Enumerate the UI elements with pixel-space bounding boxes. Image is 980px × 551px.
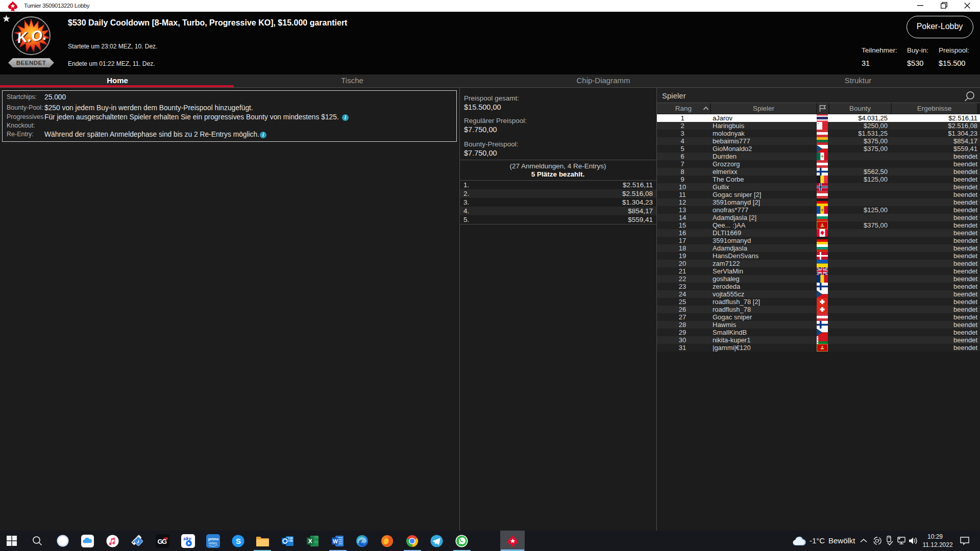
svg-text:W: W <box>333 538 338 544</box>
svg-text:GG: GG <box>158 538 167 545</box>
svg-text:S: S <box>236 537 241 545</box>
svg-text:video: video <box>209 541 217 545</box>
svg-text:sky: sky <box>183 536 192 541</box>
svg-text:prime: prime <box>208 537 218 541</box>
